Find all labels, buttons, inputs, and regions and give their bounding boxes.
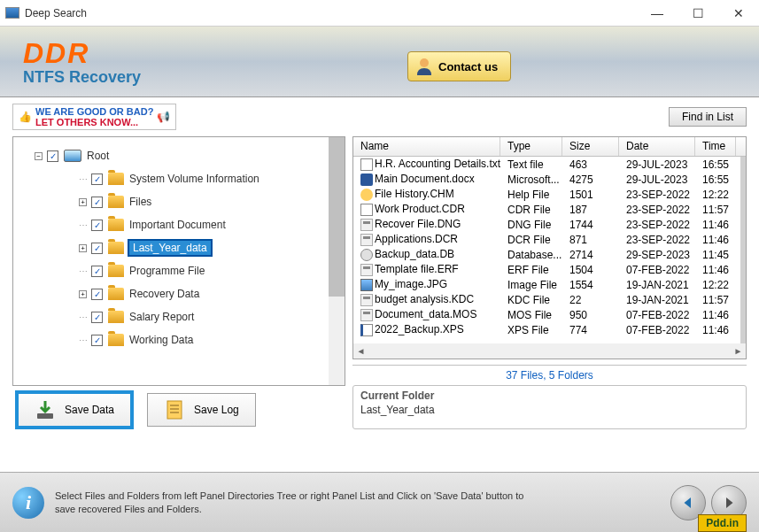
- file-row[interactable]: 2022_Backup.XPSXPS File77407-FEB-202211:…: [353, 322, 746, 337]
- checkbox[interactable]: ✓: [91, 289, 103, 300]
- file-row[interactable]: Recover File.DNGDNG File174423-SEP-20221…: [353, 217, 746, 232]
- expand-icon[interactable]: +: [79, 198, 87, 206]
- file-row[interactable]: File History.CHMHelp File150123-SEP-2022…: [353, 187, 746, 202]
- file-row[interactable]: H.R. Accounting Details.txtText file4632…: [353, 157, 746, 172]
- folder-icon: [108, 334, 124, 346]
- header-date[interactable]: Date: [619, 137, 695, 156]
- save-data-icon: [35, 399, 56, 420]
- file-icon: [360, 294, 373, 306]
- checkbox[interactable]: ✓: [91, 197, 103, 208]
- current-folder-label: Current Folder: [360, 389, 739, 402]
- minimize-button[interactable]: —: [637, 0, 678, 27]
- drive-icon: [64, 150, 81, 162]
- file-icon: [360, 234, 373, 246]
- tree-scrollbar[interactable]: [329, 137, 345, 385]
- back-arrow-icon: [680, 495, 696, 511]
- contact-label: Contact us: [438, 60, 498, 73]
- header-banner: DDR NTFS Recovery Contact us: [0, 27, 759, 97]
- file-icon: [360, 219, 373, 231]
- logo-subtitle: NTFS Recovery: [23, 68, 141, 87]
- tree-label: System Volume Information: [129, 173, 259, 185]
- header-size[interactable]: Size: [562, 137, 619, 156]
- info-icon: i: [12, 487, 44, 519]
- file-icon: [360, 309, 373, 321]
- save-log-label: Save Log: [194, 404, 239, 416]
- current-folder-box: Current Folder Last_Year_data: [352, 385, 747, 429]
- tree-node[interactable]: ⋯✓Salary Report: [17, 305, 341, 328]
- header-time[interactable]: Time: [695, 137, 736, 156]
- list-scrollbar-vertical[interactable]: [740, 157, 746, 343]
- tree-label: Recovery Data: [129, 288, 199, 300]
- file-row[interactable]: Template file.ERFERF File150407-FEB-2022…: [353, 262, 746, 277]
- folder-icon: [108, 173, 124, 185]
- find-in-list-button[interactable]: Find in List: [669, 107, 747, 127]
- tree-node[interactable]: ⋯✓System Volume Information: [17, 167, 341, 190]
- header-type[interactable]: Type: [500, 137, 562, 156]
- save-data-label: Save Data: [65, 404, 114, 416]
- tree-root-node[interactable]: − ✓ Root: [17, 144, 341, 167]
- header-name[interactable]: Name: [353, 137, 500, 156]
- list-header: Name Type Size Date Time: [353, 137, 746, 157]
- list-body[interactable]: H.R. Accounting Details.txtText file4632…: [353, 157, 746, 359]
- tree-label: Salary Report: [129, 311, 194, 323]
- expand-icon[interactable]: +: [79, 244, 87, 252]
- tree-connector: ⋯: [79, 266, 91, 276]
- tree-node[interactable]: ⋯✓Important Document: [17, 213, 341, 236]
- checkbox[interactable]: ✓: [91, 335, 103, 346]
- file-icon: [360, 249, 373, 261]
- tree-node[interactable]: ⋯✓Programme File: [17, 259, 341, 282]
- checkbox[interactable]: ✓: [91, 243, 103, 254]
- action-buttons: Save Data Save Log: [12, 393, 345, 427]
- scroll-right-arrow[interactable]: ►: [731, 343, 746, 359]
- megaphone-icon: 📢: [157, 111, 170, 123]
- close-button[interactable]: ✕: [718, 0, 759, 27]
- file-icon: [360, 279, 373, 291]
- list-scrollbar-horizontal[interactable]: ◄ ►: [353, 343, 746, 359]
- tree-label: Files: [129, 196, 151, 208]
- svg-rect-1: [37, 413, 53, 419]
- save-log-button[interactable]: Save Log: [147, 393, 256, 427]
- contact-us-button[interactable]: Contact us: [407, 51, 511, 81]
- checkbox[interactable]: ✓: [47, 150, 58, 162]
- file-row[interactable]: My_image.JPGImage File155419-JAN-202112:…: [353, 277, 746, 292]
- tree-node[interactable]: +✓Last_Year_data: [17, 236, 341, 259]
- checkbox[interactable]: ✓: [91, 220, 103, 231]
- file-icon: [360, 158, 373, 171]
- brand-tag: Pdd.in: [698, 514, 747, 532]
- svg-point-0: [420, 58, 429, 67]
- maximize-button[interactable]: ☐: [678, 0, 718, 27]
- file-row[interactable]: Work Product.CDRCDR File18723-SEP-202211…: [353, 202, 746, 217]
- file-row[interactable]: Applications.DCRDCR File87123-SEP-202211…: [353, 232, 746, 247]
- save-data-button[interactable]: Save Data: [18, 393, 131, 427]
- file-list[interactable]: Name Type Size Date Time H.R. Accounting…: [352, 136, 747, 359]
- directory-tree[interactable]: − ✓ Root ⋯✓System Volume Information+✓Fi…: [12, 136, 345, 386]
- toolbar: 👍 WE ARE GOOD OR BAD? LET OTHERS KNOW...…: [0, 97, 759, 136]
- checkbox[interactable]: ✓: [91, 266, 103, 277]
- forward-arrow-icon: [721, 495, 737, 511]
- save-log-icon: [164, 399, 185, 420]
- file-row[interactable]: budget analysis.KDCKDC File2219-JAN-2021…: [353, 292, 746, 307]
- file-icon: [360, 204, 373, 216]
- tree-connector: ⋯: [79, 335, 91, 345]
- tree-node[interactable]: +✓Files: [17, 190, 341, 213]
- file-summary: 37 Files, 5 Folders: [352, 365, 747, 383]
- tree-node[interactable]: ⋯✓Working Data: [17, 328, 341, 351]
- scroll-left-arrow[interactable]: ◄: [353, 343, 368, 359]
- tree-node[interactable]: +✓Recovery Data: [17, 282, 341, 305]
- collapse-icon[interactable]: −: [35, 152, 43, 160]
- tree-label: Important Document: [129, 219, 226, 231]
- checkbox[interactable]: ✓: [91, 312, 103, 323]
- feedback-banner[interactable]: 👍 WE ARE GOOD OR BAD? LET OTHERS KNOW...…: [12, 104, 176, 130]
- folder-icon: [108, 311, 124, 323]
- right-panel: Name Type Size Date Time H.R. Accounting…: [352, 136, 747, 463]
- checkbox[interactable]: ✓: [91, 173, 103, 185]
- file-row[interactable]: Document_data.MOSMOS File95007-FEB-20221…: [353, 307, 746, 322]
- current-folder-name: Last_Year_data: [360, 404, 739, 416]
- tree-label: Programme File: [129, 265, 205, 277]
- expand-icon[interactable]: +: [79, 290, 87, 298]
- contact-person-icon: [414, 56, 435, 77]
- folder-icon: [108, 242, 124, 254]
- file-row[interactable]: Backup_data.DBDatabase...271429-SEP-2023…: [353, 247, 746, 262]
- file-icon: [360, 173, 373, 186]
- file-row[interactable]: Main Document.docxMicrosoft...427529-JUL…: [353, 172, 746, 187]
